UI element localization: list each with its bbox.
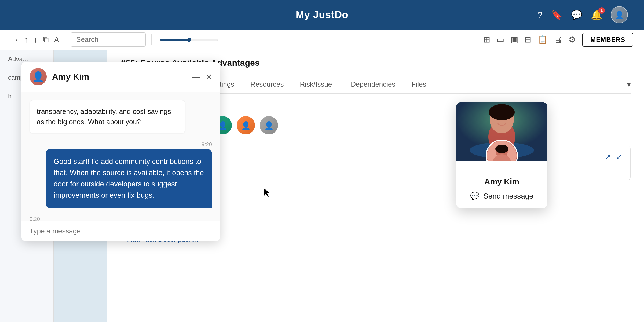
tab-more-icon[interactable]: ▾ xyxy=(627,80,631,89)
chat-message-3-time: 9:20 xyxy=(30,216,212,221)
user-avatar[interactable]: 👤 xyxy=(611,6,628,23)
chat-external-link-icon[interactable]: ↗ xyxy=(605,153,611,161)
send-message-action[interactable]: 💬 Send message xyxy=(464,192,539,200)
search-input[interactable] xyxy=(71,32,146,47)
zoom-slider[interactable] xyxy=(160,38,219,42)
settings-icon[interactable]: ⚙ xyxy=(569,35,576,44)
print-icon[interactable]: 🖨 xyxy=(554,35,562,44)
profile-popup-body: Amy Kim 💬 Send message xyxy=(456,161,547,208)
zoom-slider-container xyxy=(160,38,219,42)
chat-input-area xyxy=(21,221,220,241)
toolbar-divider-2 xyxy=(151,34,152,45)
member-avatar-6-inner: 👤 xyxy=(237,116,255,134)
toolbar-divider-1 xyxy=(65,34,65,45)
avatar-svg xyxy=(487,141,517,161)
tab-files[interactable]: Files xyxy=(404,76,434,94)
tab-risk-issue[interactable]: Risk/Issue xyxy=(292,76,340,94)
profile-popup-image xyxy=(456,102,547,161)
chat-message-1-text: transparency, adaptability, and cost sav… xyxy=(30,100,185,133)
profile-avatar-inner xyxy=(487,141,517,161)
nav-icons: ? 🔖 💬 🔔 1 👤 xyxy=(537,6,628,23)
profile-popup: Amy Kim 💬 Send message xyxy=(456,102,547,208)
member-avatar-6[interactable]: 👤 xyxy=(236,116,255,135)
app-title: My JustDo xyxy=(296,9,349,21)
chat-message-2-time: 9:20 xyxy=(202,141,212,148)
text-format-icon[interactable]: A xyxy=(54,35,59,44)
profile-popup-name: Amy Kim xyxy=(464,177,539,186)
notification-icon[interactable]: 🔔 1 xyxy=(591,9,602,20)
navigate-down-icon[interactable]: ↓ xyxy=(34,35,38,44)
navigate-forward-icon[interactable]: → xyxy=(11,35,19,44)
chat-contact-name: Amy Kim xyxy=(52,72,192,82)
chat-message-2: 9:20 Good start! I'd add community contr… xyxy=(30,141,212,208)
help-icon[interactable]: ? xyxy=(537,10,543,20)
view-icon-2[interactable]: ▣ xyxy=(511,35,518,44)
chat-panel-header: 👤 Amy Kim — ✕ xyxy=(21,62,220,92)
chat-icon[interactable]: 💬 xyxy=(571,9,582,20)
chat-message-3: 9:20 That's true! It's like an extra lay… xyxy=(30,216,212,221)
tab-resources[interactable]: Resources xyxy=(242,76,292,94)
copy-icon[interactable]: ⧉ xyxy=(43,35,49,44)
chat-section-icons: ↗ ⤢ xyxy=(605,153,622,161)
table-icon[interactable]: ⊟ xyxy=(525,35,531,44)
bookmark-icon[interactable]: 🔖 xyxy=(551,9,562,20)
svg-point-8 xyxy=(495,145,508,153)
members-button[interactable]: MEMBERS xyxy=(582,33,633,47)
message-bubble-icon: 💬 xyxy=(470,192,480,200)
notification-badge: 1 xyxy=(598,7,605,14)
close-icon[interactable]: ✕ xyxy=(206,72,212,81)
top-nav-bar: My JustDo ? 🔖 💬 🔔 1 👤 xyxy=(0,0,644,30)
view-icon-1[interactable]: ▭ xyxy=(497,35,504,44)
grid-icon[interactable]: ⊞ xyxy=(484,35,490,44)
calendar-icon[interactable]: 📋 xyxy=(538,35,548,44)
chat-message-1: transparency, adaptability, and cost sav… xyxy=(30,100,212,133)
chat-message-input[interactable] xyxy=(30,227,212,235)
chat-expand-icon[interactable]: ⤢ xyxy=(616,153,622,161)
chat-contact-avatar: 👤 xyxy=(30,68,47,85)
toolbar-right: ⊞ ▭ ▣ ⊟ 📋 🖨 ⚙ MEMBERS xyxy=(484,33,633,47)
toolbar: → ↑ ↓ ⧉ A ⊞ ▭ ▣ ⊟ 📋 🖨 ⚙ MEMBERS xyxy=(0,30,644,50)
chat-panel: 👤 Amy Kim — ✕ transparency, adaptability… xyxy=(21,62,220,241)
navigate-up-icon[interactable]: ↑ xyxy=(24,35,28,44)
chat-avatar-icon: 👤 xyxy=(32,71,44,82)
chat-messages: transparency, adaptability, and cost sav… xyxy=(21,92,220,221)
avatar-image: 👤 xyxy=(611,7,627,23)
member-avatar-7[interactable]: 👤 xyxy=(259,116,279,135)
svg-point-4 xyxy=(489,104,515,120)
member-avatar-7-inner: 👤 xyxy=(260,116,278,134)
tab-dependencies[interactable]: Dependencies xyxy=(343,76,403,94)
minimize-icon[interactable]: — xyxy=(192,72,200,81)
chat-message-2-text: Good start! I'd add community contributi… xyxy=(46,149,212,208)
send-message-label: Send message xyxy=(483,192,533,200)
